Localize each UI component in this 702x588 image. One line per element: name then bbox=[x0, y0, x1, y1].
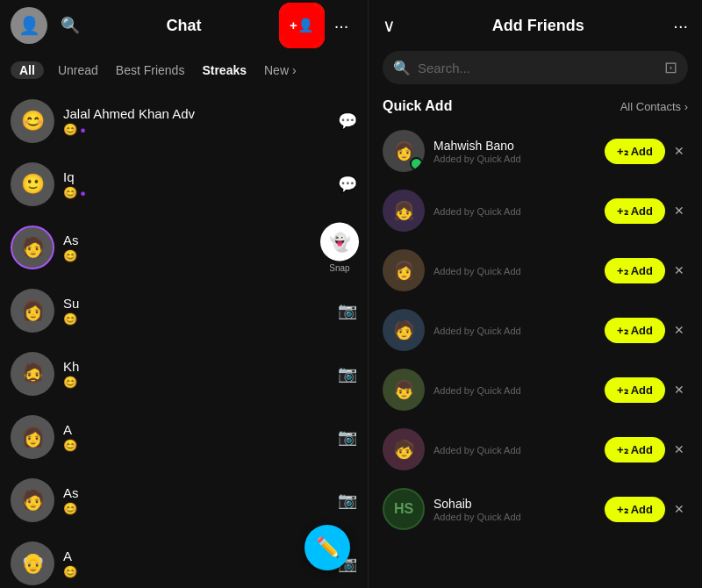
chat-name: A bbox=[63, 422, 331, 437]
chat-sub: 😊 ● bbox=[63, 186, 331, 199]
dismiss-button[interactable]: ✕ bbox=[670, 379, 688, 400]
friend-info: Added by Quick Add bbox=[433, 384, 605, 396]
chat-name: As bbox=[63, 485, 331, 500]
chat-info: Kh 😊 bbox=[63, 359, 331, 389]
friend-list: 👩 Mahwish Bano Added by Quick Add +₂ Add… bbox=[369, 121, 702, 588]
camera-icon: 📷 bbox=[338, 427, 357, 447]
qr-icon[interactable]: ⊡ bbox=[664, 58, 677, 77]
avatar: 🧔 bbox=[11, 352, 54, 396]
chat-item[interactable]: 🧑 As 😊 👻 Snap bbox=[0, 216, 368, 279]
tab-unread[interactable]: Unread bbox=[54, 61, 102, 79]
friend-sub: Added by Quick Add bbox=[433, 445, 605, 455]
avatar: 🙂 bbox=[11, 162, 54, 206]
chat-sub: 😊 bbox=[63, 249, 357, 262]
friend-info: Added by Quick Add bbox=[433, 205, 605, 217]
friend-info: Added by Quick Add bbox=[433, 265, 605, 276]
dismiss-button[interactable]: ✕ bbox=[670, 200, 688, 221]
chat-sub: 😊 bbox=[63, 439, 331, 452]
camera-icon: 📷 bbox=[338, 491, 357, 510]
chat-sub: 😊 bbox=[63, 312, 331, 326]
friend-avatar: 👧 bbox=[383, 190, 425, 232]
friend-name: Sohaib bbox=[433, 497, 605, 511]
add-friends-title: Add Friends bbox=[403, 17, 673, 35]
chat-info: Iq 😊 ● bbox=[63, 169, 331, 199]
user-avatar[interactable]: 👤 bbox=[11, 7, 47, 44]
friend-info: Added by Quick Add bbox=[433, 325, 605, 336]
tab-all[interactable]: All bbox=[11, 61, 44, 79]
friend-avatar: 👩 bbox=[383, 249, 425, 291]
more-options-button[interactable]: ··· bbox=[673, 16, 688, 36]
left-header: 👤 🔍 Chat +👤 ··· bbox=[0, 0, 368, 51]
chat-name: Iq bbox=[63, 169, 331, 184]
chat-item[interactable]: 👩 Su 😊 📷 bbox=[0, 279, 368, 342]
dismiss-button[interactable]: ✕ bbox=[670, 498, 688, 520]
friend-item: 🧒 Added by Quick Add +₂ Add ✕ bbox=[369, 419, 702, 479]
add-button[interactable]: +₂ Add bbox=[605, 139, 665, 164]
tab-new[interactable]: New › bbox=[261, 61, 300, 79]
chat-sub: 😊 bbox=[63, 502, 331, 515]
chat-info: Su 😊 bbox=[63, 296, 331, 326]
add-button[interactable]: +₂ Add bbox=[605, 437, 665, 463]
tab-streaks[interactable]: Streaks bbox=[198, 61, 250, 79]
dismiss-button[interactable]: ✕ bbox=[670, 260, 688, 281]
friend-avatar: 🧒 bbox=[383, 428, 425, 470]
avatar: 👩 bbox=[11, 289, 54, 333]
right-panel: ∨ Add Friends ··· 🔍 ⊡ Quick Add All Cont… bbox=[369, 0, 702, 588]
add-button[interactable]: +₂ Add bbox=[605, 198, 665, 224]
more-options-button[interactable]: ··· bbox=[326, 10, 357, 41]
filter-tabs: All Unread Best Friends Streaks New › bbox=[0, 51, 368, 90]
friend-avatar: 👦 bbox=[383, 369, 425, 411]
add-friend-icon: +👤 bbox=[290, 18, 314, 33]
friend-info: Sohaib Added by Quick Add bbox=[433, 497, 605, 522]
dismiss-button[interactable]: ✕ bbox=[670, 140, 688, 161]
snap-button[interactable]: 👻 bbox=[320, 223, 359, 262]
friend-name: Mahwish Bano bbox=[433, 139, 605, 153]
add-button[interactable]: +₂ Add bbox=[605, 258, 665, 283]
search-input[interactable] bbox=[418, 61, 657, 75]
chat-item[interactable]: 🧑 As 😊 📷 bbox=[0, 469, 368, 532]
chat-item[interactable]: 👩 A 😊 📷 bbox=[0, 405, 368, 469]
dismiss-button[interactable]: ✕ bbox=[670, 439, 688, 460]
tab-best-friends[interactable]: Best Friends bbox=[112, 61, 189, 79]
friend-avatar: HS bbox=[383, 488, 425, 530]
chat-info: As 😊 bbox=[63, 485, 331, 515]
back-button[interactable]: ∨ bbox=[383, 15, 396, 36]
chat-info: A 😊 bbox=[63, 549, 331, 578]
friend-sub: Added by Quick Add bbox=[433, 266, 605, 276]
avatar: 👩 bbox=[11, 415, 54, 459]
dismiss-button[interactable]: ✕ bbox=[670, 319, 688, 341]
search-button[interactable]: 🔍 bbox=[54, 10, 86, 41]
friend-item: 👧 Added by Quick Add +₂ Add ✕ bbox=[369, 181, 702, 240]
friend-actions: +₂ Add ✕ bbox=[605, 437, 688, 463]
compose-button[interactable]: ✏️ bbox=[304, 525, 350, 570]
friend-sub: Added by Quick Add bbox=[433, 206, 605, 217]
chat-icon: 💬 bbox=[338, 175, 357, 194]
chat-sub: 😊 bbox=[63, 376, 331, 389]
chat-item[interactable]: 🙂 Iq 😊 ● 💬 bbox=[0, 153, 368, 216]
chat-info: A 😊 bbox=[63, 422, 331, 452]
friend-item: HS Sohaib Added by Quick Add +₂ Add ✕ bbox=[369, 479, 702, 539]
chat-item[interactable]: 🧔 Kh 😊 📷 bbox=[0, 342, 368, 405]
friend-item: 👦 Added by Quick Add +₂ Add ✕ bbox=[369, 360, 702, 419]
friend-avatar: 👩 bbox=[383, 130, 425, 172]
add-button[interactable]: +₂ Add bbox=[605, 497, 665, 522]
snap-float[interactable]: 👻 Snap bbox=[320, 223, 359, 273]
avatar: 🧑 bbox=[11, 226, 54, 269]
add-friend-button[interactable]: +👤 bbox=[282, 5, 322, 46]
all-contacts-link[interactable]: All Contacts › bbox=[620, 100, 688, 113]
chat-sub: 😊 bbox=[63, 565, 331, 578]
friend-item: 🧑 Added by Quick Add +₂ Add ✕ bbox=[369, 300, 702, 360]
search-box[interactable]: 🔍 ⊡ bbox=[383, 51, 688, 84]
friend-item: 👩 Added by Quick Add +₂ Add ✕ bbox=[369, 240, 702, 300]
add-button[interactable]: +₂ Add bbox=[605, 377, 665, 403]
friend-actions: +₂ Add ✕ bbox=[605, 198, 688, 224]
friend-sub: Added by Quick Add bbox=[433, 154, 605, 164]
friend-avatar: 🧑 bbox=[383, 309, 425, 351]
friend-info: Added by Quick Add bbox=[433, 444, 605, 455]
chat-info: Jalal Ahmed Khan Adv 😊 ● bbox=[63, 106, 331, 136]
add-button[interactable]: +₂ Add bbox=[605, 318, 665, 343]
avatar: 🧑 bbox=[11, 478, 54, 522]
chat-item[interactable]: 😊 Jalal Ahmed Khan Adv 😊 ● 💬 bbox=[0, 90, 368, 153]
friend-actions: +₂ Add ✕ bbox=[605, 258, 688, 283]
avatar: 😊 bbox=[11, 99, 54, 143]
